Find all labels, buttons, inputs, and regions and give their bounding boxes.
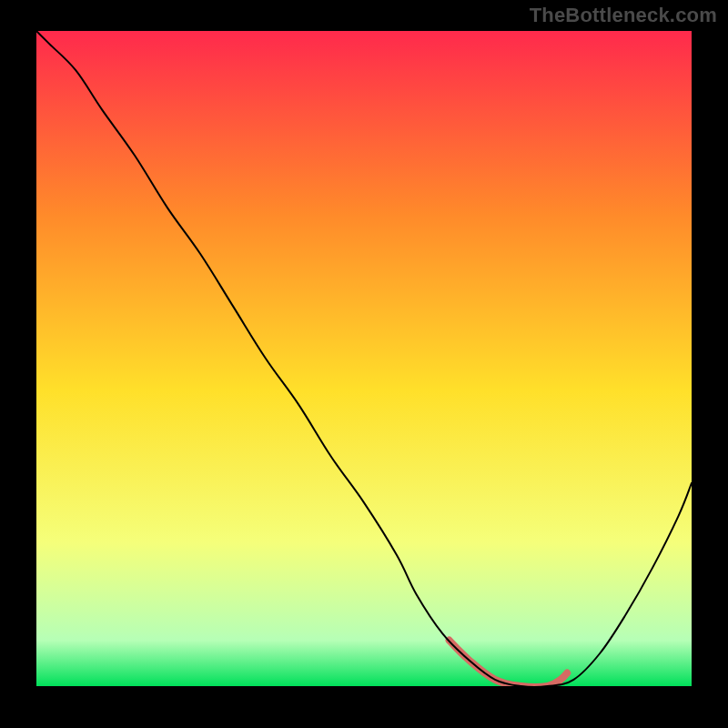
attribution-watermark: TheBottleneck.com: [530, 4, 717, 27]
plot-area: [36, 31, 692, 686]
gradient-plot-svg: [36, 31, 692, 686]
gradient-background: [36, 31, 692, 686]
chart-frame: TheBottleneck.com: [0, 0, 728, 728]
